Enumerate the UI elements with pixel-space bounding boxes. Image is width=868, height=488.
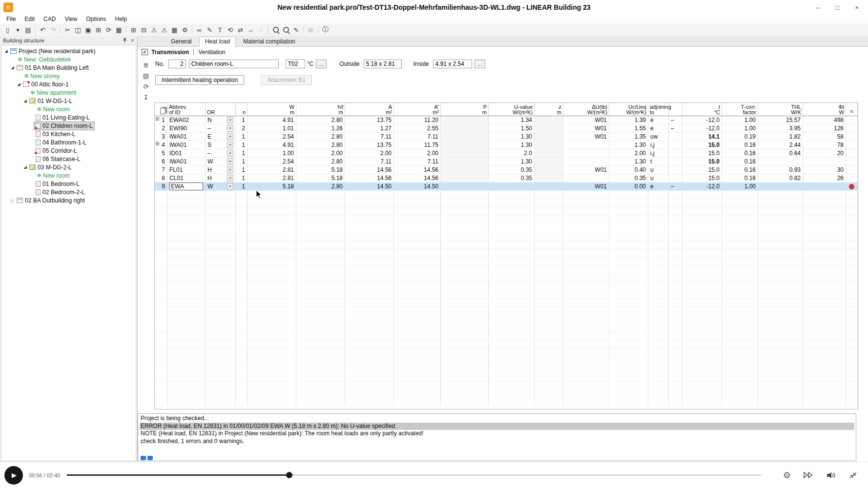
- tree-item-project-new-residential-park[interactable]: ◢Project (New residential park): [1, 47, 136, 55]
- column-header-adjdash[interactable]: [669, 103, 682, 116]
- volume-icon[interactable]: [826, 471, 836, 479]
- cell-uvalue[interactable]: 0.35: [489, 174, 535, 182]
- room-number-field[interactable]: [168, 60, 186, 68]
- cell-num[interactable]: 7: [155, 166, 167, 174]
- cell-n[interactable]: 1: [236, 149, 248, 157]
- message-line[interactable]: ERROR (Heat load, EN 12831) in 01/00/01/…: [140, 423, 854, 430]
- cell-n[interactable]: 1: [236, 158, 248, 165]
- cell-num[interactable]: 6: [155, 158, 167, 165]
- cell-w[interactable]: 2.54: [248, 158, 296, 165]
- cell-a2[interactable]: 11.20: [394, 116, 441, 124]
- table-empty-row[interactable]: [155, 373, 858, 382]
- message-line[interactable]: NOTE (Heat load, EN 12831) in Project (N…: [140, 430, 854, 438]
- cell-hl[interactable]: 2.80: [296, 183, 345, 190]
- swap-icon[interactable]: ⇄: [235, 25, 246, 35]
- cell-adjdash[interactable]: [669, 141, 682, 149]
- cell-adjdash[interactable]: [669, 174, 682, 182]
- check-notes-icon[interactable]: ⚠: [159, 25, 169, 35]
- column-header-dutb[interactable]: ΔU(tb)W/(m²K): [563, 103, 609, 116]
- cell-p[interactable]: [441, 133, 489, 141]
- progress-handle[interactable]: [286, 472, 292, 478]
- cell-a[interactable]: 2.00: [345, 149, 394, 157]
- duplicate-icon[interactable]: ⊞: [93, 25, 103, 35]
- message-line[interactable]: check finished, 1 errors and 0 warnings.: [140, 438, 854, 446]
- cell-phit[interactable]: 20: [803, 149, 846, 157]
- room-table-icon[interactable]: ▤: [141, 71, 151, 81]
- table-empty-row[interactable]: [155, 340, 858, 348]
- cell-z[interactable]: [535, 124, 563, 132]
- cell-abbrev[interactable]: EWI90: [167, 124, 206, 132]
- cell-abbrev[interactable]: IWA01: [167, 133, 206, 141]
- cell-tcorr[interactable]: 1.00: [722, 116, 758, 124]
- cell-adj[interactable]: i,j: [648, 141, 669, 149]
- cell-uvalue[interactable]: 1.50: [489, 124, 535, 132]
- zoom-icon[interactable]: [270, 25, 281, 35]
- tree-item-03-kitchen-l[interactable]: 03 Kitchen-L: [1, 130, 136, 138]
- cell-abbrev[interactable]: EWA02: [167, 116, 206, 124]
- cell-a[interactable]: 13.75: [345, 116, 394, 124]
- tree-item-05-corridor-l[interactable]: 05 Corridor-L: [1, 146, 136, 155]
- cell-z[interactable]: [535, 166, 563, 174]
- cell-ucueq[interactable]: 1.39: [609, 116, 648, 124]
- cell-tcorr[interactable]: 1.00: [722, 183, 758, 190]
- zoom-region-icon[interactable]: [281, 25, 291, 35]
- cell-ucueq[interactable]: 1.30: [609, 141, 648, 149]
- new-table-icon[interactable]: ⊞: [128, 25, 139, 35]
- room-report-icon[interactable]: ≣: [141, 61, 151, 70]
- grid-3d-icon[interactable]: ▦: [169, 25, 180, 35]
- table-row[interactable]: 3IWA01E▾12.542.807.117.111.30W011.35uw14…: [155, 133, 858, 141]
- delete-icon[interactable]: ⊠: [306, 25, 316, 35]
- cell-t[interactable]: -12.0: [682, 116, 722, 124]
- cell-n[interactable]: 1: [236, 116, 248, 124]
- cell-dutb[interactable]: [563, 141, 609, 149]
- copy-icon[interactable]: ◫: [73, 25, 83, 35]
- cell-thl[interactable]: 0.82: [758, 174, 803, 182]
- menu-edit[interactable]: Edit: [20, 15, 39, 23]
- intermittent-heating-button[interactable]: Intermittent heating operation: [155, 75, 244, 85]
- cell-or[interactable]: S▾: [206, 141, 236, 149]
- cell-err[interactable]: [846, 158, 858, 165]
- cell-uvalue[interactable]: [489, 183, 535, 190]
- table-empty-row[interactable]: [155, 332, 858, 340]
- column-header-abbrev[interactable]: Abbrev.of ID: [167, 103, 206, 116]
- cell-z[interactable]: [535, 149, 563, 157]
- cell-abbrev[interactable]: CL01: [167, 174, 206, 182]
- tree-item-01-ba-main-building-left[interactable]: ◢01 BA Main Building Left: [1, 63, 136, 72]
- or-dropdown-icon[interactable]: ▾: [227, 142, 233, 148]
- tab-transmission[interactable]: Transmission: [151, 49, 189, 56]
- or-dropdown-icon[interactable]: ▾: [227, 183, 233, 190]
- cell-err[interactable]: [846, 174, 858, 182]
- tree-item-02-ba-outbuilding-right[interactable]: ▷02 BA Outbuilding right: [1, 196, 136, 204]
- table-empty-row[interactable]: [155, 348, 858, 357]
- cell-adj[interactable]: uw: [648, 133, 669, 141]
- tree-item-01-w-dg-1-l[interactable]: ◢01 W-DG-1-L: [1, 97, 136, 105]
- expand-icon[interactable]: ⊞: [155, 142, 159, 146]
- cell-adjdash[interactable]: –: [669, 116, 682, 124]
- column-header-p[interactable]: Pm: [441, 103, 489, 116]
- tree-item-03-m-dg-2-l[interactable]: ◢03 M-DG-2-L: [1, 163, 136, 171]
- expander-collapsed-icon[interactable]: ▷: [10, 198, 15, 203]
- column-header-n[interactable]: n: [236, 103, 248, 116]
- cut-icon[interactable]: ✂: [62, 25, 73, 35]
- cell-adj[interactable]: u: [648, 166, 669, 174]
- column-header-z[interactable]: zm: [535, 103, 563, 116]
- cell-or[interactable]: –▾: [206, 124, 236, 132]
- cell-num[interactable]: 5: [155, 149, 167, 157]
- cell-n[interactable]: 2: [236, 124, 248, 132]
- cell-p[interactable]: [441, 183, 489, 190]
- cell-phit[interactable]: 498: [803, 116, 846, 124]
- cell-num[interactable]: ⊞1: [155, 116, 167, 124]
- table-empty-row[interactable]: [155, 257, 858, 265]
- cell-w[interactable]: 2.81: [248, 166, 296, 174]
- tree-item-04-bathroom-1-l[interactable]: 04 Bathroom-1-L: [1, 138, 136, 146]
- cell-thl[interactable]: 1.82: [758, 133, 803, 141]
- print-icon[interactable]: ▦: [114, 25, 124, 35]
- update-cycle-icon[interactable]: ⟲: [225, 25, 235, 35]
- table-empty-row[interactable]: [155, 299, 858, 307]
- cell-t[interactable]: 15.0: [682, 141, 722, 149]
- expander-open-icon[interactable]: ◢: [22, 99, 28, 103]
- cell-thl[interactable]: 15.57: [758, 116, 803, 124]
- expander-open-icon[interactable]: ◢: [10, 65, 15, 70]
- cell-p[interactable]: [441, 158, 489, 165]
- cell-p[interactable]: [441, 124, 489, 132]
